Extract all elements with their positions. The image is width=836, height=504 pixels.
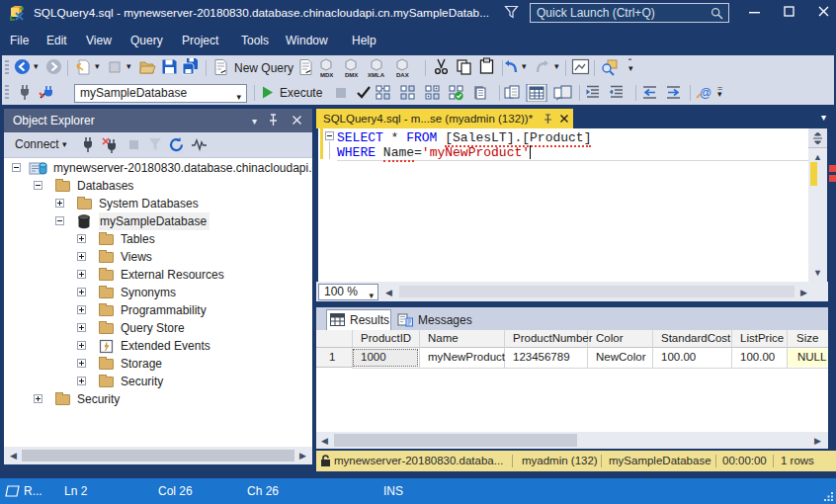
svg-text:DAX: DAX <box>396 72 409 78</box>
svg-text:MDX: MDX <box>320 72 333 78</box>
svg-text:DMX: DMX <box>345 72 358 78</box>
svg-text:XMLA: XMLA <box>368 72 385 78</box>
svg-text:@: @ <box>700 86 711 100</box>
